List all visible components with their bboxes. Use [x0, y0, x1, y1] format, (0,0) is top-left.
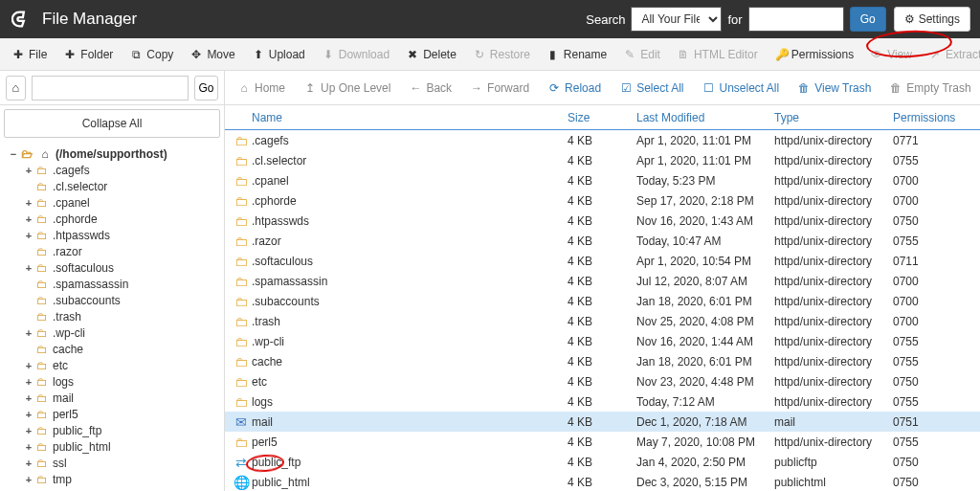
table-row[interactable]: .subaccounts4 KBJan 18, 2020, 6:01 PMhtt…: [225, 291, 980, 311]
expand-icon[interactable]: [23, 409, 34, 420]
tree-item[interactable]: .spamassassin: [23, 276, 220, 292]
path-go-button[interactable]: Go: [194, 76, 218, 100]
collapse-icon[interactable]: [8, 148, 19, 160]
tree-item[interactable]: public_html: [23, 438, 220, 455]
expand-icon[interactable]: [23, 360, 34, 371]
nav-forward-button[interactable]: Forward: [463, 77, 537, 100]
tree-item[interactable]: mail: [23, 390, 220, 406]
tree-item[interactable]: .wp-cli: [23, 324, 220, 341]
rename-button[interactable]: Rename: [539, 42, 615, 67]
table-row[interactable]: cache4 KBJan 18, 2020, 6:01 PMhttpd/unix…: [225, 351, 980, 371]
table-row[interactable]: .cagefs4 KBApr 1, 2020, 11:01 PMhttpd/un…: [225, 130, 980, 150]
expand-icon[interactable]: [23, 474, 34, 485]
tree-item-label: .softaculous: [53, 261, 114, 275]
cell-perm: 0700: [893, 315, 960, 328]
tree-item[interactable]: .htpasswds: [23, 227, 220, 243]
html-editor-button[interactable]: HTML Editor: [669, 42, 767, 67]
tree-item[interactable]: .trash: [23, 308, 220, 324]
table-row[interactable]: .spamassassin4 KBJul 12, 2020, 8:07 AMht…: [225, 271, 980, 291]
table-row[interactable]: public_html4 KBDec 3, 2020, 5:15 PMpubli…: [225, 472, 980, 491]
tree-item[interactable]: .subaccounts: [23, 292, 220, 308]
tree-item[interactable]: tmp: [23, 471, 220, 487]
expand-icon[interactable]: [23, 441, 34, 453]
collapse-all-button[interactable]: Collapse All: [4, 109, 220, 138]
view-button[interactable]: View: [862, 42, 921, 67]
cell-size: 4 KB: [568, 275, 636, 288]
col-size-header[interactable]: Size: [568, 111, 636, 124]
col-type-header[interactable]: Type: [774, 111, 893, 124]
tree-item[interactable]: logs: [23, 373, 220, 390]
tree-item[interactable]: etc: [23, 357, 220, 373]
nav-back-label: Back: [426, 81, 452, 95]
table-row[interactable]: public_ftp4 KBJan 4, 2020, 2:50 PMpublic…: [225, 452, 980, 472]
search-input[interactable]: [748, 7, 844, 32]
view-trash-button[interactable]: View Trash: [791, 77, 879, 100]
restore-button[interactable]: Restore: [465, 42, 539, 67]
table-row[interactable]: .softaculous4 KBApr 1, 2020, 10:54 PMhtt…: [225, 251, 980, 271]
permissions-button[interactable]: Permissions: [767, 42, 862, 67]
table-row[interactable]: .cpanel4 KBToday, 5:23 PMhttpd/unix-dire…: [225, 170, 980, 190]
table-row[interactable]: .razor4 KBToday, 10:47 AMhttpd/unix-dire…: [225, 231, 980, 251]
expand-icon[interactable]: [23, 262, 34, 274]
edit-button[interactable]: Edit: [615, 42, 669, 67]
search-go-button[interactable]: Go: [850, 7, 886, 32]
table-row[interactable]: .htpasswds4 KBNov 16, 2020, 1:43 AMhttpd…: [225, 211, 980, 231]
col-perm-header[interactable]: Permissions: [893, 111, 960, 124]
expand-icon[interactable]: [23, 197, 34, 209]
nav-reload-button[interactable]: Reload: [541, 77, 609, 100]
download-button[interactable]: Download: [314, 42, 398, 67]
col-name-header[interactable]: Name: [252, 111, 568, 124]
col-lastmod-header[interactable]: Last Modified: [636, 111, 774, 124]
tree-item[interactable]: perl5: [23, 406, 220, 422]
select-all-button[interactable]: Select All: [612, 77, 691, 100]
expand-icon[interactable]: [23, 213, 34, 225]
expand-icon[interactable]: [23, 327, 34, 339]
tree-item[interactable]: .cagefs: [23, 162, 220, 178]
tree-item[interactable]: ssl: [23, 455, 220, 471]
tree-item[interactable]: public_ftp: [23, 422, 220, 438]
tree-root[interactable]: (/home/supporthost): [8, 145, 220, 162]
table-row[interactable]: .cphorde4 KBSep 17, 2020, 2:18 PMhttpd/u…: [225, 190, 980, 211]
tree-item[interactable]: wordpress-backups: [23, 487, 220, 491]
new-folder-button[interactable]: Folder: [56, 42, 122, 67]
new-file-button[interactable]: File: [4, 42, 56, 67]
unselect-all-button[interactable]: Unselect All: [696, 77, 788, 100]
cell-size: 4 KB: [568, 174, 636, 188]
delete-button[interactable]: Delete: [398, 42, 465, 67]
expand-icon[interactable]: [23, 165, 34, 176]
move-button[interactable]: Move: [182, 42, 243, 67]
tree-item[interactable]: .softaculous: [23, 259, 220, 276]
search-scope-select[interactable]: All Your Files: [631, 7, 722, 32]
html-icon: [678, 49, 689, 60]
table-row[interactable]: mail4 KBDec 1, 2020, 7:18 AMmail0751: [225, 412, 980, 432]
settings-button[interactable]: ⚙ Settings: [894, 7, 970, 32]
table-row[interactable]: .trash4 KBNov 25, 2020, 4:08 PMhttpd/uni…: [225, 311, 980, 331]
tree-item[interactable]: .cphorde: [23, 211, 220, 227]
tree-item[interactable]: .razor: [23, 243, 220, 259]
path-home-button[interactable]: ⌂: [6, 76, 26, 100]
upload-button[interactable]: Upload: [244, 42, 314, 67]
nav-home-button[interactable]: Home: [231, 77, 293, 100]
expand-icon[interactable]: [23, 425, 34, 436]
expand-icon[interactable]: [23, 376, 34, 388]
table-row[interactable]: logs4 KBToday, 7:12 AMhttpd/unix-directo…: [225, 391, 980, 412]
tree-item[interactable]: cache: [23, 341, 220, 357]
nav-up-button[interactable]: Up One Level: [297, 77, 398, 100]
table-row[interactable]: .cl.selector4 KBApr 1, 2020, 11:01 PMhtt…: [225, 150, 980, 170]
cell-name: .subaccounts: [252, 295, 568, 308]
expand-icon[interactable]: [23, 392, 34, 404]
extract-button[interactable]: Extract: [921, 42, 980, 67]
empty-trash-button[interactable]: Empty Trash: [882, 77, 978, 100]
expand-icon[interactable]: [23, 230, 34, 241]
path-input[interactable]: [32, 76, 189, 100]
tree-item[interactable]: .cl.selector: [23, 178, 220, 194]
tree-item[interactable]: .cpanel: [23, 194, 220, 211]
table-row[interactable]: etc4 KBNov 23, 2020, 4:48 PMhttpd/unix-d…: [225, 371, 980, 391]
cell-lastmod: May 7, 2020, 10:08 PM: [636, 435, 774, 449]
table-row[interactable]: .wp-cli4 KBNov 16, 2020, 1:44 AMhttpd/un…: [225, 331, 980, 351]
expand-icon[interactable]: [23, 458, 34, 469]
cell-size: 4 KB: [568, 194, 636, 208]
copy-button[interactable]: Copy: [122, 42, 182, 67]
table-row[interactable]: perl54 KBMay 7, 2020, 10:08 PMhttpd/unix…: [225, 432, 980, 452]
nav-back-button[interactable]: Back: [402, 77, 459, 100]
